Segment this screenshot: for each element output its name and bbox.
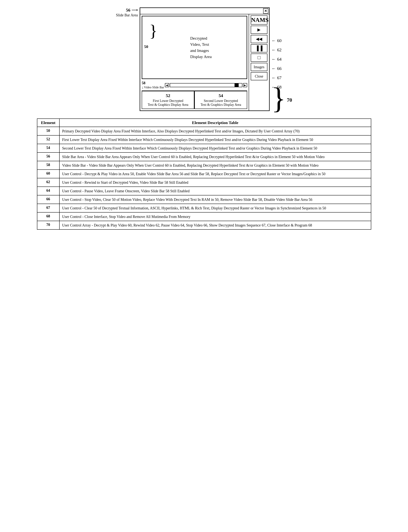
slide-bar-track — [170, 83, 242, 87]
table-cell-element: 54 — [37, 144, 60, 152]
table-cell-element: 68 — [37, 212, 60, 221]
table-row: 52First Lower Text Display Area Fixed Wi… — [37, 135, 371, 144]
lower-area-54: 54 Second Lower DecryptedText & Graphics… — [194, 91, 247, 109]
lower-54-text: Second Lower DecryptedText & Graphics Di… — [201, 99, 241, 106]
slide-bar-arrow-right[interactable]: ▶ — [243, 83, 247, 87]
close-x-icon: ✕ — [264, 9, 267, 13]
table-row: 68User Control - Close Interface, Stop V… — [37, 212, 371, 221]
label-50: 50 — [144, 44, 148, 49]
label-54: 54 — [197, 93, 245, 98]
brace-70-icon: } — [272, 89, 286, 107]
table-cell-description: User Control - Rewind to Start of Decryp… — [60, 178, 371, 187]
arrow-60: ← — [272, 38, 276, 43]
table-cell-element: 70 — [37, 221, 60, 230]
table-cell-description: Video Slide Bar - Video Slide Bar Appear… — [60, 161, 371, 169]
pause-button-64[interactable]: ▐▐ — [251, 44, 267, 53]
label-70: 70 — [287, 97, 292, 103]
col-header-description: Element Description Table — [60, 119, 371, 127]
brace-70-group: } 70 — [272, 93, 292, 107]
table-row: 66User Control - Stop Video, Clear 50 of… — [37, 195, 371, 204]
table-row: 67User Control - Clear 50 of Decrypted T… — [37, 204, 371, 212]
table-cell-element: 66 — [37, 195, 60, 204]
table-cell-element: 64 — [37, 187, 60, 195]
label-62: 62 — [277, 47, 281, 53]
label-52: 52 — [144, 93, 192, 98]
table-row: 70User Control Array - Decrypt & Play Vi… — [37, 221, 371, 230]
close-x-button[interactable]: ✕ — [263, 8, 268, 14]
col-header-element: Element — [37, 119, 60, 127]
lower-areas: 52 First Lower DecryptedText & Graphics … — [142, 90, 247, 109]
table-cell-element: 67 — [37, 204, 60, 212]
table-header-row: Element Element Description Table — [37, 119, 371, 127]
slide-bar-arrow-left[interactable]: ◀ — [165, 83, 169, 87]
control-panel: NAMS ▶ ◀◀ ▐▐ □ Images Close — [249, 14, 269, 110]
video-display-area-50: 50 } DecryptedVideo, Textand ImagesDispl… — [142, 16, 247, 79]
table-cell-description: User Control - Pause Video, Leave Frame … — [60, 187, 371, 195]
right-item-64: ← 64 — [272, 55, 292, 63]
table-row: 50Primary Decrypted Video Display Area F… — [37, 127, 371, 135]
arrow-66: ← — [272, 66, 276, 71]
label-58-number: 58 — [142, 81, 145, 85]
play-button-60[interactable]: ▶ — [251, 26, 267, 34]
table-row: 58Video Slide Bar - Video Slide Bar Appe… — [37, 161, 371, 169]
window-titlebar: ✕ — [140, 8, 269, 14]
right-item-60: ← 60 — [272, 36, 292, 45]
label-67: 67 — [277, 75, 281, 80]
rewind-button-62[interactable]: ◀◀ — [251, 35, 267, 43]
element-description-table: Element Element Description Table 50Prim… — [37, 118, 371, 230]
slide-bar-area-label: 56 ⟶ Slide Bar Area — [116, 8, 138, 28]
nams-label: NAMS — [251, 15, 267, 25]
arrow-64: ← — [272, 57, 276, 62]
table-row: 62User Control - Rewind to Start of Decr… — [37, 178, 371, 187]
right-item-62: ← 62 — [272, 46, 292, 54]
lower-52-text: First Lower DecryptedText & Graphics Dis… — [148, 99, 188, 106]
table-cell-element: 58 — [37, 161, 60, 169]
interface-window: ✕ 50 } DecryptedVideo, Textand ImagesDis… — [140, 8, 270, 111]
table-cell-description: Primary Decrypted Video Display Area Fix… — [60, 127, 371, 135]
arrow-56: ⟶ — [131, 8, 138, 13]
right-item-66: ← 66 — [272, 64, 292, 72]
label-64: 64 — [277, 57, 281, 62]
stop-button-66[interactable]: □ — [251, 53, 267, 62]
table-cell-description: Second Lower Text Display Area Fixed Wit… — [60, 144, 371, 152]
table-cell-element: 62 — [37, 178, 60, 187]
table-cell-element: 56 — [37, 152, 60, 161]
diagram-section: 56 ⟶ Slide Bar Area ✕ 50 } DecryptedVide… — [4, 4, 404, 111]
table-cell-element: 50 — [37, 127, 60, 135]
table-cell-description: User Control - Clear 50 of Decrypted Tex… — [60, 204, 371, 212]
slide-bar-row: 58 ↓ Video Slide Bar ◀ ▶ — [140, 80, 249, 90]
table-section: Element Element Description Table 50Prim… — [37, 118, 371, 230]
table-body: 50Primary Decrypted Video Display Area F… — [37, 127, 371, 230]
right-item-67: ← 67 — [272, 74, 292, 82]
main-area: 50 } DecryptedVideo, Textand ImagesDispl… — [140, 14, 249, 110]
display-50-text: DecryptedVideo, Textand ImagesDisplay Ar… — [190, 35, 212, 60]
table-cell-description: Slide Bar Area - Video Slide Bar Area Ap… — [60, 152, 371, 161]
label-66: 66 — [277, 66, 281, 71]
table-cell-description: User Control Array - Decrypt & Play Vide… — [60, 221, 371, 230]
table-cell-description: User Control - Stop Video, Clear 50 of M… — [60, 195, 371, 204]
label-60: 60 — [277, 38, 281, 43]
slide-bar-area-sublabel: Slide Bar Area — [116, 13, 138, 17]
diagram-right-labels: ← 60 ← 62 ← 64 ← 66 ← 67 ← 68 } 70 — [272, 8, 292, 107]
label-56: 56 — [126, 8, 130, 13]
slide-bar-thumb[interactable] — [235, 83, 239, 87]
table-cell-description: First Lower Text Display Area Fixed With… — [60, 135, 371, 144]
table-row: 54Second Lower Text Display Area Fixed W… — [37, 144, 371, 152]
arrow-down-58: ↓ — [142, 85, 144, 89]
table-row: 60User Control - Decrypt & Play Video in… — [37, 169, 371, 178]
table-row: 56Slide Bar Area - Video Slide Bar Area … — [37, 152, 371, 161]
table-cell-element: 52 — [37, 135, 60, 144]
brace-50-icon: } — [149, 23, 157, 39]
table-cell-description: User Control - Close Interface, Stop Vid… — [60, 212, 371, 221]
table-row: 64User Control - Pause Video, Leave Fram… — [37, 187, 371, 195]
lower-area-52: 52 First Lower DecryptedText & Graphics … — [142, 91, 195, 109]
close-button-68[interactable]: Close — [251, 72, 267, 80]
window-body: 50 } DecryptedVideo, Textand ImagesDispl… — [140, 14, 269, 110]
images-button-67[interactable]: Images — [251, 63, 267, 71]
slide-bar-58-text: Video Slide Bar — [144, 86, 164, 89]
arrow-62: ← — [272, 47, 276, 53]
table-cell-element: 60 — [37, 169, 60, 178]
arrow-67: ← — [272, 75, 276, 80]
table-cell-description: User Control - Decrypt & Play Video in A… — [60, 169, 371, 178]
slide-bar-58-label-container: 58 ↓ Video Slide Bar — [142, 81, 164, 89]
